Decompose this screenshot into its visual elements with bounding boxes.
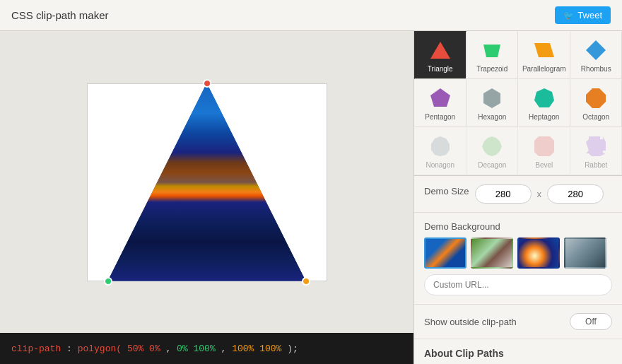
shape-label-rhombus: Rhombus — [581, 65, 611, 73]
svg-marker-1 — [483, 45, 500, 57]
shape-item-trapezoid[interactable]: Trapezoid — [466, 31, 519, 79]
pentagon-icon — [428, 86, 453, 111]
right-panel: Triangle Trapezoid Parallelogram — [413, 31, 622, 364]
demo-size-section: Demo Size x — [414, 176, 622, 213]
octagon-icon — [583, 86, 609, 111]
shape-item-rabbet: Rabbet — [570, 127, 623, 175]
main-layout: clip-path : polygon( 50% 0% , 0% 100% , … — [0, 31, 622, 364]
decagon-icon — [479, 134, 505, 159]
bevel-icon — [532, 134, 557, 159]
svg-marker-4 — [430, 88, 450, 107]
hexagon-icon — [479, 86, 505, 111]
page-title: CSS clip-path maker — [11, 9, 109, 21]
shape-label-pentagon: Pentagon — [425, 113, 455, 121]
svg-marker-5 — [483, 88, 500, 108]
shape-label-triangle: Triangle — [428, 65, 453, 73]
shape-item-bevel: Bevel — [518, 127, 570, 175]
svg-marker-0 — [430, 42, 450, 59]
trapezoid-icon — [479, 37, 505, 63]
control-point-bottom-left[interactable] — [104, 277, 112, 286]
svg-marker-3 — [586, 40, 606, 60]
bg-thumb-2[interactable] — [471, 237, 513, 269]
shape-label-octagon: Octagon — [582, 113, 609, 121]
shape-item-triangle[interactable]: Triangle — [414, 31, 466, 79]
rabbet-icon — [583, 134, 609, 159]
shape-item-heptagon[interactable]: Heptagon — [518, 79, 570, 127]
bg-thumb-1[interactable] — [424, 237, 466, 269]
shape-item-pentagon[interactable]: Pentagon — [414, 79, 466, 127]
demo-size-label: Demo Size — [424, 186, 469, 196]
tweet-button[interactable]: Tweet — [555, 6, 611, 24]
heptagon-icon — [532, 86, 557, 111]
show-outside-label: Show outside clip-path — [424, 317, 517, 327]
clip-demo — [108, 83, 306, 281]
bridge-scene — [108, 83, 306, 281]
shape-grid: Triangle Trapezoid Parallelogram — [414, 31, 622, 176]
rhombus-icon — [583, 37, 609, 63]
size-separator: x — [537, 189, 542, 199]
left-panel: clip-path : polygon( 50% 0% , 0% 100% , … — [0, 31, 413, 364]
svg-marker-7 — [586, 88, 606, 108]
triangle-icon — [428, 37, 453, 63]
shape-label-hexagon: Hexagon — [478, 113, 506, 121]
shape-label-trapezoid: Trapezoid — [476, 65, 507, 73]
width-input[interactable] — [475, 184, 532, 204]
svg-marker-9 — [482, 136, 502, 156]
shape-label-heptagon: Heptagon — [529, 113, 559, 121]
shape-label-parallelogram: Parallelogram — [522, 65, 566, 73]
shape-item-rhombus[interactable]: Rhombus — [570, 31, 623, 79]
shape-label-decagon: Decagon — [478, 161, 506, 169]
control-point-top[interactable] — [203, 79, 211, 88]
code-output-bar: clip-path : polygon( 50% 0% , 0% 100% , … — [0, 333, 413, 364]
shape-item-nonagon: Nonagon — [414, 127, 466, 175]
parallelogram-icon — [532, 37, 557, 63]
svg-marker-11 — [586, 136, 606, 156]
code-property: clip-path : polygon( 50% 0% , 0% 100% , … — [11, 344, 298, 354]
shape-item-parallelogram[interactable]: Parallelogram — [518, 31, 570, 79]
shape-label-rabbet: Rabbet — [585, 161, 607, 169]
clip-image — [108, 83, 306, 281]
svg-marker-8 — [431, 136, 450, 156]
show-outside-row: Show outside clip-path Off — [414, 305, 622, 339]
canvas-area — [0, 31, 413, 333]
custom-url-input[interactable] — [424, 274, 612, 295]
svg-marker-2 — [534, 43, 554, 57]
shape-label-nonagon: Nonagon — [426, 161, 454, 169]
background-thumbnails — [424, 237, 612, 269]
shape-item-octagon[interactable]: Octagon — [570, 79, 623, 127]
shape-label-bevel: Bevel — [535, 161, 553, 169]
about-title: About Clip Paths — [424, 348, 612, 359]
control-point-bottom-right[interactable] — [302, 277, 310, 286]
shape-item-decagon: Decagon — [466, 127, 519, 175]
about-section: About Clip Paths The clip-path property … — [414, 339, 622, 364]
height-input[interactable] — [547, 184, 604, 204]
canvas-container — [87, 83, 327, 281]
svg-marker-10 — [534, 136, 554, 156]
bg-thumb-4[interactable] — [564, 237, 606, 269]
svg-marker-6 — [534, 88, 554, 107]
demo-background-label: Demo Background — [424, 221, 612, 232]
shape-item-hexagon[interactable]: Hexagon — [466, 79, 519, 127]
nonagon-icon — [428, 134, 453, 159]
header: CSS clip-path maker Tweet — [0, 0, 622, 31]
show-outside-toggle[interactable]: Off — [570, 313, 612, 330]
demo-background-section: Demo Background — [414, 213, 622, 305]
bg-thumb-3[interactable] — [517, 237, 560, 269]
size-row: Demo Size x — [424, 184, 612, 204]
